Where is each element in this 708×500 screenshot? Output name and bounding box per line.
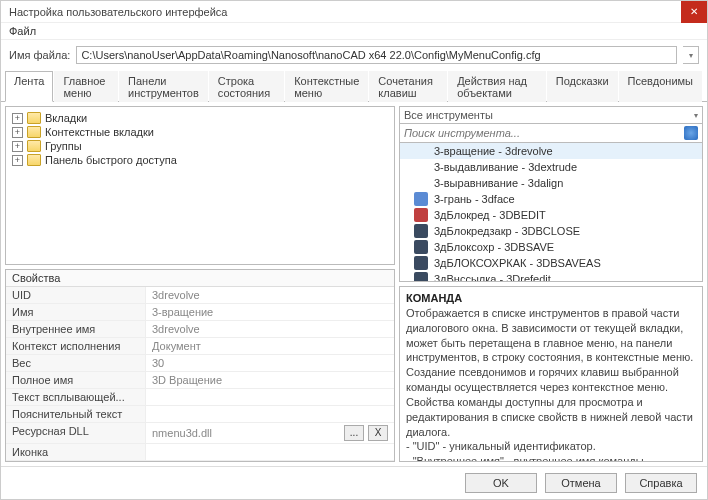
list-item[interactable]: 3-выравнивание - 3dalign xyxy=(400,175,702,191)
tools-combo-label: Все инструменты xyxy=(404,109,493,121)
command-icon xyxy=(414,240,428,254)
command-icon xyxy=(414,160,428,174)
list-item-label: 3дВнссылка - 3Drefedit xyxy=(434,273,551,282)
property-row: Контекст исполненияДокумент xyxy=(6,338,394,355)
tab-Контекстные меню[interactable]: Контекстные меню xyxy=(285,71,368,102)
list-item[interactable]: 3дБлоксохр - 3DBSAVE xyxy=(400,239,702,255)
command-icon xyxy=(414,176,428,190)
file-path-input[interactable]: C:\Users\nanoUser\AppData\Roaming\Nanoso… xyxy=(76,46,677,64)
help-button[interactable]: Справка xyxy=(625,473,697,493)
folder-icon xyxy=(27,154,41,166)
description-line: - "UID" - уникальный идентификатор. xyxy=(406,439,696,454)
chevron-down-icon: ▾ xyxy=(694,111,698,120)
list-item-label: 3-выравнивание - 3dalign xyxy=(434,177,563,189)
tab-Подсказки[interactable]: Подсказки xyxy=(547,71,618,102)
ok-button[interactable]: OK xyxy=(465,473,537,493)
description-line: - "Внутреннее имя" - внутреннее имя кома… xyxy=(406,454,696,462)
property-name: Внутреннее имя xyxy=(6,321,146,337)
list-item-label: 3дБлокредзакр - 3DBCLOSE xyxy=(434,225,580,237)
tab-Псевдонимы[interactable]: Псевдонимы xyxy=(619,71,702,102)
tab-Главное меню[interactable]: Главное меню xyxy=(54,71,118,102)
property-value[interactable]: 30 xyxy=(146,355,394,371)
property-row: Вес30 xyxy=(6,355,394,372)
command-icon xyxy=(414,256,428,270)
folder-icon xyxy=(27,112,41,124)
list-item[interactable]: 3дБЛОКСОХРКАК - 3DBSAVEAS xyxy=(400,255,702,271)
expand-icon[interactable]: + xyxy=(12,113,23,124)
property-name: Вес xyxy=(6,355,146,371)
property-value[interactable] xyxy=(146,389,394,405)
property-row: Иконка xyxy=(6,444,394,461)
list-item[interactable]: 3дБлокредзакр - 3DBCLOSE xyxy=(400,223,702,239)
property-name: Ресурсная DLL xyxy=(6,423,146,443)
close-button[interactable]: ✕ xyxy=(681,1,707,23)
tab-Панели инструментов[interactable]: Панели инструментов xyxy=(119,71,208,102)
folder-icon xyxy=(27,140,41,152)
property-row: Имя3-вращение xyxy=(6,304,394,321)
tree-panel[interactable]: +Вкладки+Контекстные вкладки+Группы+Пане… xyxy=(5,106,395,265)
list-item-label: 3-выдавливание - 3dextrude xyxy=(434,161,577,173)
tab-Сочетания клавиш[interactable]: Сочетания клавиш xyxy=(369,71,447,102)
description-line: Свойства команды доступны для просмотра … xyxy=(406,395,696,440)
list-item-label: 3дБлоксохр - 3DBSAVE xyxy=(434,241,554,253)
tree-item-label: Вкладки xyxy=(45,112,87,124)
property-value[interactable]: Документ xyxy=(146,338,394,354)
tree-item[interactable]: +Контекстные вкладки xyxy=(10,125,390,139)
property-row: Пояснительный текст xyxy=(6,406,394,423)
property-value[interactable]: 3D Вращение xyxy=(146,372,394,388)
property-value[interactable] xyxy=(146,406,394,422)
property-name: Иконка xyxy=(6,444,146,460)
expand-icon[interactable]: + xyxy=(12,127,23,138)
list-item[interactable]: 3дБлокред - 3DBEDIT xyxy=(400,207,702,223)
property-row: Текст всплывающей... xyxy=(6,389,394,406)
tree-item[interactable]: +Панель быстрого доступа xyxy=(10,153,390,167)
description-line: Отображается в списке инструментов в пра… xyxy=(406,306,696,365)
tools-combo[interactable]: Все инструменты ▾ xyxy=(399,106,703,124)
list-item-label: 3дБлокред - 3DBEDIT xyxy=(434,209,546,221)
property-value[interactable]: 3-вращение xyxy=(146,304,394,320)
property-name: Контекст исполнения xyxy=(6,338,146,354)
tab-Действия над объектами[interactable]: Действия над объектами xyxy=(448,71,546,102)
property-name: Полное имя xyxy=(6,372,146,388)
property-value[interactable] xyxy=(146,444,394,460)
properties-panel: Свойства UID3drevolveИмя3-вращениеВнутре… xyxy=(5,269,395,462)
clear-button[interactable]: X xyxy=(368,425,388,441)
command-icon xyxy=(414,272,428,282)
properties-header: Свойства xyxy=(6,270,394,287)
tree-item[interactable]: +Группы xyxy=(10,139,390,153)
property-name: Пояснительный текст xyxy=(6,406,146,422)
list-item-label: 3дБЛОКСОХРКАК - 3DBSAVEAS xyxy=(434,257,601,269)
browse-button[interactable]: ... xyxy=(344,425,364,441)
search-icon[interactable] xyxy=(684,126,698,140)
property-value[interactable]: nmenu3d.dll...X xyxy=(146,423,394,443)
command-icon xyxy=(414,208,428,222)
tab-Лента[interactable]: Лента xyxy=(5,71,53,102)
property-name: Имя xyxy=(6,304,146,320)
folder-icon xyxy=(27,126,41,138)
tree-item-label: Контекстные вкладки xyxy=(45,126,154,138)
expand-icon[interactable]: + xyxy=(12,155,23,166)
property-value[interactable]: 3drevolve xyxy=(146,321,394,337)
property-row: UID3drevolve xyxy=(6,287,394,304)
list-item[interactable]: 3-выдавливание - 3dextrude xyxy=(400,159,702,175)
tree-item[interactable]: +Вкладки xyxy=(10,111,390,125)
list-item[interactable]: 3-грань - 3dface xyxy=(400,191,702,207)
list-item-label: 3-вращение - 3drevolve xyxy=(434,145,553,157)
list-item-label: 3-грань - 3dface xyxy=(434,193,515,205)
list-item[interactable]: 3дВнссылка - 3Drefedit xyxy=(400,271,702,282)
search-input[interactable] xyxy=(404,127,684,139)
property-row: Внутреннее имя3drevolve xyxy=(6,321,394,338)
property-value[interactable]: 3drevolve xyxy=(146,287,394,303)
command-icon xyxy=(414,192,428,206)
tools-list[interactable]: 3-вращение - 3drevolve3-выдавливание - 3… xyxy=(399,143,703,282)
cancel-button[interactable]: Отмена xyxy=(545,473,617,493)
list-item[interactable]: 3-вращение - 3drevolve xyxy=(400,143,702,159)
file-label: Имя файла: xyxy=(9,49,70,61)
tab-Строка состояния[interactable]: Строка состояния xyxy=(209,71,284,102)
expand-icon[interactable]: + xyxy=(12,141,23,152)
window-title: Настройка пользовательского интерфейса xyxy=(9,6,227,18)
menu-file[interactable]: Файл xyxy=(9,25,36,37)
property-name: Текст всплывающей... xyxy=(6,389,146,405)
file-path-dropdown[interactable]: ▾ xyxy=(683,46,699,64)
description-header: КОМАНДА xyxy=(406,291,696,306)
